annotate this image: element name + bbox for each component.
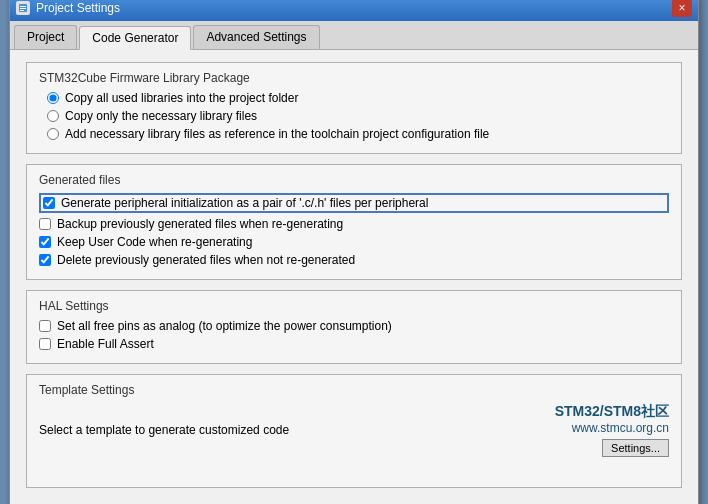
checkbox-backup-files[interactable]: Backup previously generated files when r…: [39, 217, 669, 231]
radio-add-reference[interactable]: Add necessary library files as reference…: [47, 127, 669, 141]
radio-copy-all-label: Copy all used libraries into the project…: [65, 91, 298, 105]
checkbox-free-pins-label: Set all free pins as analog (to optimize…: [57, 319, 392, 333]
tab-bar: Project Code Generator Advanced Settings: [10, 21, 698, 50]
template-section: Template Settings Select a template to g…: [26, 374, 682, 488]
svg-rect-1: [20, 6, 26, 7]
radio-copy-all[interactable]: Copy all used libraries into the project…: [47, 91, 669, 105]
radio-copy-necessary-label: Copy only the necessary library files: [65, 109, 257, 123]
tab-code-generator[interactable]: Code Generator: [79, 26, 191, 50]
title-bar: Project Settings ×: [10, 0, 698, 21]
template-section-title: Template Settings: [39, 383, 669, 397]
radio-add-reference-label: Add necessary library files as reference…: [65, 127, 489, 141]
checkbox-gen-peripheral[interactable]: Generate peripheral initialization as a …: [39, 193, 669, 213]
tab-project[interactable]: Project: [14, 25, 77, 49]
radio-copy-all-input[interactable]: [47, 92, 59, 104]
checkbox-backup-files-label: Backup previously generated files when r…: [57, 217, 343, 231]
radio-copy-necessary-input[interactable]: [47, 110, 59, 122]
checkbox-gen-peripheral-input[interactable]: [43, 197, 55, 209]
watermark-line1: STM32/STM8社区: [555, 403, 669, 421]
checkbox-full-assert[interactable]: Enable Full Assert: [39, 337, 669, 351]
watermark-line2: www.stmcu.org.cn: [572, 421, 669, 435]
hal-section: HAL Settings Set all free pins as analog…: [26, 290, 682, 364]
tab-content: STM32Cube Firmware Library Package Copy …: [10, 50, 698, 505]
radio-add-reference-input[interactable]: [47, 128, 59, 140]
project-settings-dialog: Project Settings × Project Code Generato…: [9, 0, 699, 504]
checkbox-delete-files[interactable]: Delete previously generated files when n…: [39, 253, 669, 267]
checkbox-full-assert-label: Enable Full Assert: [57, 337, 154, 351]
checkbox-delete-files-input[interactable]: [39, 254, 51, 266]
template-description: Select a template to generate customized…: [39, 423, 289, 437]
tab-advanced-settings[interactable]: Advanced Settings: [193, 25, 319, 49]
firmware-section-title: STM32Cube Firmware Library Package: [39, 71, 669, 85]
hal-section-title: HAL Settings: [39, 299, 669, 313]
close-button[interactable]: ×: [672, 0, 692, 17]
checkbox-free-pins[interactable]: Set all free pins as analog (to optimize…: [39, 319, 669, 333]
checkbox-delete-files-label: Delete previously generated files when n…: [57, 253, 355, 267]
svg-rect-3: [20, 10, 24, 11]
firmware-radio-group: Copy all used libraries into the project…: [47, 91, 669, 141]
generated-files-section: Generated files Generate peripheral init…: [26, 164, 682, 280]
checkbox-gen-peripheral-label: Generate peripheral initialization as a …: [61, 196, 428, 210]
dialog-title: Project Settings: [36, 1, 672, 15]
svg-rect-2: [20, 8, 26, 9]
checkbox-keep-user-code[interactable]: Keep User Code when re-generating: [39, 235, 669, 249]
checkbox-full-assert-input[interactable]: [39, 338, 51, 350]
app-icon: [16, 1, 30, 15]
checkbox-keep-user-code-label: Keep User Code when re-generating: [57, 235, 252, 249]
radio-copy-necessary[interactable]: Copy only the necessary library files: [47, 109, 669, 123]
firmware-section: STM32Cube Firmware Library Package Copy …: [26, 62, 682, 154]
generated-files-title: Generated files: [39, 173, 669, 187]
checkbox-keep-user-code-input[interactable]: [39, 236, 51, 248]
settings-button[interactable]: Settings...: [602, 439, 669, 457]
checkbox-free-pins-input[interactable]: [39, 320, 51, 332]
checkbox-backup-files-input[interactable]: [39, 218, 51, 230]
